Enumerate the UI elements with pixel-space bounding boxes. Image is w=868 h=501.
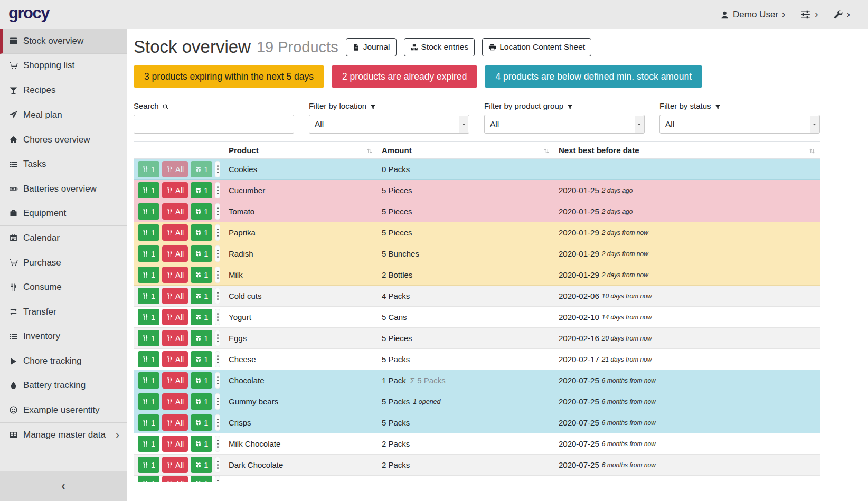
consume-all-button[interactable]: All <box>162 330 188 346</box>
status-select[interactable]: All <box>659 115 820 134</box>
consume-one-button[interactable]: 1 <box>138 457 159 473</box>
product-column-header[interactable]: Product <box>224 142 378 158</box>
open-one-button[interactable]: 1 <box>191 414 212 431</box>
open-one-button[interactable]: 1 <box>191 476 212 482</box>
consume-one-button[interactable]: 1 <box>138 245 159 262</box>
open-one-button[interactable]: 1 <box>191 351 212 367</box>
row-menu-button[interactable] <box>215 414 220 431</box>
open-one-button[interactable]: 1 <box>191 457 212 473</box>
sidebar-item-inventory[interactable]: Inventory <box>0 324 127 349</box>
open-one-button[interactable]: 1 <box>191 436 212 452</box>
user-menu[interactable]: Demo User › <box>720 9 785 20</box>
consume-all-button[interactable]: All <box>162 351 188 367</box>
search-input[interactable] <box>134 115 294 134</box>
consume-all-button[interactable]: All <box>162 288 188 304</box>
sidebar-item-transfer[interactable]: Transfer <box>0 300 127 325</box>
sidebar-item-consume[interactable]: Consume <box>0 275 127 300</box>
sidebar-item-meal-plan[interactable]: Meal plan <box>0 103 127 128</box>
location-select[interactable]: All <box>309 115 469 134</box>
sidebar-collapse-button[interactable]: ‹ <box>0 471 127 501</box>
location-content-sheet-button[interactable]: Location Content Sheet <box>482 38 591 56</box>
sidebar-item-manage-master-data[interactable]: Manage master data› <box>0 423 127 448</box>
row-menu-button[interactable] <box>215 372 220 389</box>
consume-one-button[interactable]: 1 <box>138 288 159 304</box>
journal-button[interactable]: Journal <box>346 38 397 56</box>
consume-all-button[interactable]: All <box>162 436 188 452</box>
sidebar-item-recipes[interactable]: Recipes <box>0 78 127 103</box>
stock-entries-button[interactable]: Stock entries <box>404 38 475 56</box>
open-one-button[interactable]: 1 <box>191 224 212 241</box>
sidebar-item-calendar[interactable]: Calendar <box>0 226 127 251</box>
open-one-button[interactable]: 1 <box>191 288 212 304</box>
consume-all-button[interactable]: All <box>162 414 188 431</box>
open-one-button[interactable]: 1 <box>191 393 212 410</box>
row-menu-button[interactable] <box>215 351 220 367</box>
open-one-button[interactable]: 1 <box>191 267 212 283</box>
row-menu-button[interactable] <box>215 457 220 473</box>
consume-one-button[interactable]: 1 <box>138 161 159 177</box>
sort-icon[interactable] <box>366 146 373 155</box>
alert-2-products-are-already-expired[interactable]: 2 products are already expired <box>332 65 477 88</box>
admin-menu[interactable]: › <box>833 9 850 20</box>
consume-all-button[interactable]: All <box>162 267 188 283</box>
consume-all-button[interactable]: All <box>162 309 188 325</box>
row-menu-button[interactable] <box>215 476 220 482</box>
consume-one-button[interactable]: 1 <box>138 267 159 283</box>
consume-one-button[interactable]: 1 <box>138 182 159 198</box>
sort-icon[interactable] <box>543 146 550 155</box>
consume-one-button[interactable]: 1 <box>138 351 159 367</box>
product-group-select[interactable]: All <box>484 115 645 134</box>
app-logo[interactable]: grocy <box>8 4 49 23</box>
row-menu-button[interactable] <box>215 330 220 346</box>
row-menu-button[interactable] <box>215 182 220 198</box>
consume-one-button[interactable]: 1 <box>138 224 159 241</box>
consume-one-button[interactable]: 1 <box>138 309 159 325</box>
row-menu-button[interactable] <box>215 393 220 410</box>
consume-all-button[interactable]: All <box>162 457 188 473</box>
row-menu-button[interactable] <box>215 309 220 325</box>
consume-all-button[interactable]: All <box>162 393 188 410</box>
consume-all-button[interactable]: All <box>162 161 188 177</box>
alert-4-products-are-below-defined-m[interactable]: 4 products are below defined min. stock … <box>485 65 702 88</box>
row-menu-button[interactable] <box>215 288 220 304</box>
sidebar-item-battery-tracking[interactable]: Battery tracking <box>0 373 127 398</box>
row-menu-button[interactable] <box>215 245 220 262</box>
row-menu-button[interactable] <box>215 436 220 452</box>
consume-all-button[interactable]: All <box>162 182 188 198</box>
sidebar-item-purchase[interactable]: Purchase <box>0 250 127 275</box>
sidebar-item-chore-tracking[interactable]: Chore tracking <box>0 349 127 374</box>
sidebar-item-chores-overview[interactable]: Chores overview <box>0 127 127 152</box>
sidebar-item-equipment[interactable]: Equipment <box>0 201 127 226</box>
amount-column-header[interactable]: Amount <box>378 142 554 158</box>
consume-all-button[interactable]: All <box>162 476 188 482</box>
open-one-button[interactable]: 1 <box>191 182 212 198</box>
open-one-button[interactable]: 1 <box>191 161 212 177</box>
settings-menu[interactable]: › <box>800 9 818 20</box>
consume-one-button[interactable]: 1 <box>138 414 159 431</box>
sidebar-item-stock-overview[interactable]: Stock overview <box>0 29 127 54</box>
consume-one-button[interactable]: 1 <box>138 476 159 482</box>
date-column-header[interactable]: Next best before date <box>554 142 820 158</box>
sidebar-item-batteries-overview[interactable]: Batteries overview <box>0 177 127 202</box>
alert-3-products-expiring-within-the[interactable]: 3 products expiring within the next 5 da… <box>134 65 324 88</box>
open-one-button[interactable]: 1 <box>191 330 212 346</box>
consume-one-button[interactable]: 1 <box>138 372 159 389</box>
sidebar-item-tasks[interactable]: Tasks <box>0 152 127 177</box>
consume-all-button[interactable]: All <box>162 224 188 241</box>
open-one-button[interactable]: 1 <box>191 203 212 220</box>
sort-icon[interactable] <box>808 146 816 155</box>
consume-one-button[interactable]: 1 <box>138 436 159 452</box>
consume-all-button[interactable]: All <box>162 203 188 220</box>
row-menu-button[interactable] <box>215 267 220 283</box>
sidebar-item-shopping-list[interactable]: Shopping list <box>0 54 127 79</box>
row-menu-button[interactable] <box>215 203 220 220</box>
sidebar-item-example-userentity[interactable]: Example userentity <box>0 398 127 423</box>
open-one-button[interactable]: 1 <box>191 245 212 262</box>
consume-one-button[interactable]: 1 <box>138 330 159 346</box>
row-menu-button[interactable] <box>215 224 220 241</box>
consume-all-button[interactable]: All <box>162 372 188 389</box>
row-menu-button[interactable] <box>215 161 220 177</box>
consume-one-button[interactable]: 1 <box>138 393 159 410</box>
open-one-button[interactable]: 1 <box>191 372 212 389</box>
consume-all-button[interactable]: All <box>162 245 188 262</box>
